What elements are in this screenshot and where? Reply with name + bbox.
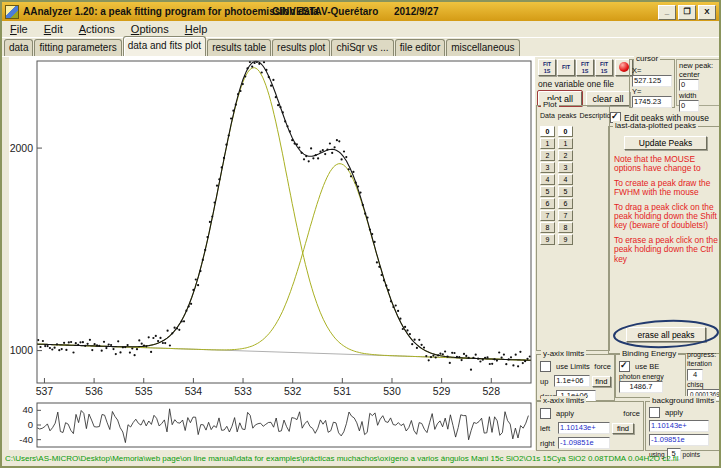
data-select-button[interactable]: 9: [540, 234, 555, 245]
new-peak-center-field[interactable]: 0: [679, 79, 699, 91]
plot-area[interactable]: 10002000537536535534533532531530529528 4…: [9, 57, 535, 450]
x-right-field[interactable]: -1.09851e: [558, 437, 610, 449]
data-select-button[interactable]: 2: [540, 150, 555, 161]
tab-data[interactable]: data: [4, 39, 33, 56]
x-force-label[interactable]: force: [623, 409, 640, 418]
menu-item[interactable]: Help: [177, 22, 216, 36]
cursor-x-value: 527.125: [632, 75, 672, 87]
svg-text:40: 40: [22, 404, 33, 415]
data-select-button[interactable]: 6: [540, 198, 555, 209]
plot-selector-group: Plot Data peaks Description 0123456789 0…: [536, 105, 610, 351]
use-be-label: use BE: [635, 362, 659, 371]
data-select-button[interactable]: 5: [540, 186, 555, 197]
maximize-button[interactable]: ❐: [678, 5, 696, 20]
svg-text:528: 528: [483, 385, 501, 397]
data-select-button[interactable]: 4: [540, 174, 555, 185]
mouse-notes: Note that the MOUSE options have change …: [614, 155, 718, 269]
progress-panel: progress: iteration 4 chisq 0.0001369: [687, 351, 721, 401]
fit-button[interactable]: FIT 1S: [538, 59, 556, 76]
close-button[interactable]: X: [698, 5, 716, 20]
col-peaks-header: peaks: [558, 112, 577, 119]
peak-select-button[interactable]: 0: [558, 126, 573, 137]
tab-miscellaneous[interactable]: miscellaneous: [446, 39, 519, 56]
menu-item[interactable]: Edit: [36, 22, 71, 36]
plot-column-headers: Data peaks Description: [540, 112, 615, 119]
menu-bar: FileEditActionsOptionsHelp: [2, 21, 719, 38]
y-limits-title: y-axix limits: [541, 349, 586, 359]
y-find-button[interactable]: find: [592, 376, 611, 387]
peak-select-button[interactable]: 3: [558, 162, 573, 173]
menu-item[interactable]: Options: [123, 22, 177, 36]
fit-button[interactable]: FIT 1S: [595, 59, 613, 76]
y-up-field[interactable]: 1.1e+06: [554, 375, 589, 387]
svg-text:533: 533: [234, 385, 252, 397]
svg-text:1000: 1000: [10, 344, 34, 356]
x-find-button[interactable]: find: [612, 423, 634, 434]
progress-title: progress:: [687, 351, 721, 360]
binding-energy-title: Binding Energy: [620, 349, 678, 359]
mouse-note: To drag a peak click on the peak holding…: [614, 203, 718, 231]
peak-select-button[interactable]: 9: [558, 234, 573, 245]
tab-chisqr-vs[interactable]: chiSqr vs ...: [331, 39, 393, 56]
peak-select-button[interactable]: 2: [558, 150, 573, 161]
bg-lower-field[interactable]: -1.09851e: [649, 434, 709, 446]
tab-file-editor[interactable]: file editor: [395, 39, 446, 56]
svg-text:536: 536: [85, 385, 103, 397]
fit-button[interactable]: FIT: [557, 59, 575, 76]
peak-select-button[interactable]: 6: [558, 198, 573, 209]
bg-apply-label: apply: [665, 408, 683, 417]
x-left-field[interactable]: 1.10143e+: [558, 422, 610, 434]
new-peak-width-label: width: [679, 91, 718, 100]
bg-upper-field[interactable]: 1.10143e+: [649, 420, 709, 432]
peak-select-button[interactable]: 7: [558, 210, 573, 221]
peak-select-button[interactable]: 5: [558, 186, 573, 197]
menu-item[interactable]: File: [2, 22, 36, 36]
residual-plot[interactable]: 400-40: [9, 400, 535, 450]
data-select-button[interactable]: 0: [540, 126, 555, 137]
data-select-button[interactable]: 3: [540, 162, 555, 173]
svg-text:530: 530: [383, 385, 401, 397]
photon-energy-field[interactable]: 1486.7: [619, 381, 663, 393]
fit-button[interactable]: FIT 1S: [576, 59, 594, 76]
mouse-note: To erase a peak click on the peak holdin…: [614, 236, 718, 264]
peak-select-button[interactable]: 8: [558, 222, 573, 233]
window-title-org: CINVESTAV-Querétaro: [272, 6, 378, 17]
y-force-label[interactable]: force: [594, 362, 611, 371]
menu-item[interactable]: Actions: [71, 22, 123, 36]
data-select-button[interactable]: 8: [540, 222, 555, 233]
new-peak-width-field[interactable]: 0: [679, 100, 699, 112]
fit-button-row: FIT 1SFITFIT 1SFIT 1S: [538, 59, 613, 76]
x-axis-limits-group: x-axix limits apply force left 1.10143e+…: [536, 401, 644, 451]
data-select-button[interactable]: 1: [540, 138, 555, 149]
peak-select-button[interactable]: 4: [558, 174, 573, 185]
title-bar[interactable]: AAnalyzer 1.20: a peak fitting program f…: [2, 2, 719, 21]
background-limits-group: background limits apply 1.10143e+ -1.098…: [645, 401, 721, 451]
tab-fitting-parameters[interactable]: fitting parameters: [34, 39, 121, 56]
tab-bar: data fitting parameters data and fits pl…: [4, 37, 719, 56]
fit-mode-text: one variable one file: [538, 79, 614, 89]
app-icon: [5, 5, 19, 19]
x-right-label: right: [540, 439, 556, 448]
bg-apply-checkbox[interactable]: [649, 407, 660, 418]
new-peak-center-label: center: [679, 70, 718, 79]
svg-text:532: 532: [284, 385, 302, 397]
use-be-checkbox[interactable]: [619, 361, 630, 372]
cursor-y-label: Y=: [632, 87, 672, 96]
x-apply-checkbox[interactable]: [540, 408, 551, 419]
tab-results-table[interactable]: results table: [207, 39, 271, 56]
highlight-ellipse-annotation: [610, 318, 721, 351]
cursor-x-label: X=: [632, 66, 672, 75]
spectrum-plot[interactable]: 10002000537536535534533532531530529528: [9, 57, 535, 399]
app-window: AAnalyzer 1.20: a peak fitting program f…: [0, 0, 721, 468]
tab-data-and-fits-plot[interactable]: data and fits plot: [123, 36, 206, 56]
update-peaks-button[interactable]: Update Peaks: [624, 136, 707, 150]
use-limits-checkbox[interactable]: [540, 361, 551, 372]
clear-all-button[interactable]: clear all: [586, 91, 630, 106]
y-axis-limits-group: y-axix limits use Limits force up 1.1e+0…: [536, 354, 615, 401]
minimize-button[interactable]: _: [658, 5, 676, 20]
tab-results-plot[interactable]: results plot: [272, 39, 330, 56]
x-left-label: left: [540, 424, 556, 433]
cursor-readout: cursor X= 527.125 Y= 1745.23: [629, 59, 675, 108]
data-select-button[interactable]: 7: [540, 210, 555, 221]
peak-select-button[interactable]: 1: [558, 138, 573, 149]
